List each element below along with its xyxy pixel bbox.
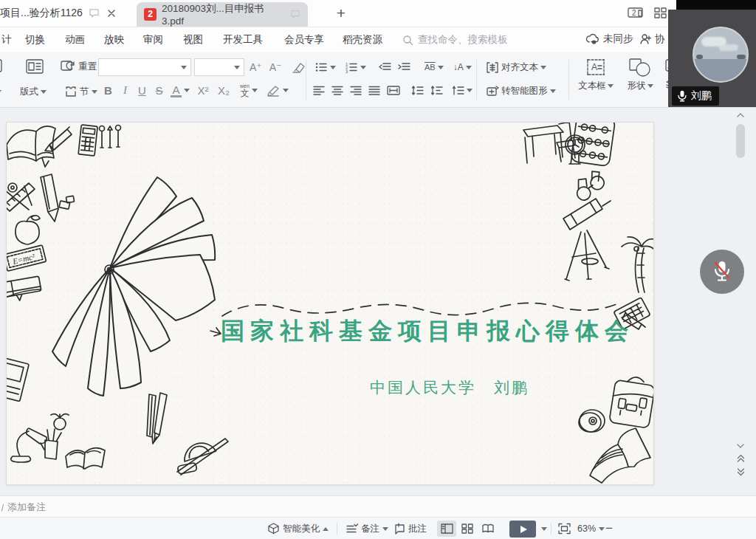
command-search[interactable]: 查找命令、搜索模板 [402, 33, 508, 47]
search-icon [402, 35, 413, 46]
fit-slide-button[interactable] [558, 518, 571, 539]
beautify-cube-icon [267, 523, 280, 535]
window-manage-icon[interactable]: 2 [628, 7, 645, 18]
vertical-scrollbar[interactable] [735, 109, 746, 478]
line-options-button[interactable] [450, 83, 475, 97]
menu-member[interactable]: 会员专享 [284, 33, 324, 47]
font-size-select[interactable] [194, 58, 244, 76]
doodle-blocks [59, 196, 75, 209]
textbox-icon: A [585, 57, 607, 78]
numbered-list-button[interactable]: 123 [343, 60, 368, 75]
doodle-abacus [571, 123, 615, 166]
shapes-button[interactable]: 形状 [619, 57, 662, 92]
change-case-button[interactable]: AB [422, 61, 446, 73]
tab-bar: 项目...验分析1126 2 20180903刘...目申报书3.pdf + 2 [0, 0, 756, 27]
menu-review[interactable]: 审阅 [143, 33, 163, 47]
zoom-out-button[interactable]: − [605, 521, 613, 536]
mic-icon [678, 90, 687, 102]
zoom-level-button[interactable]: 63% [577, 518, 605, 539]
align-text-button[interactable]: 对齐文本 [484, 60, 549, 75]
notes-bar[interactable]: 添加备注 [0, 495, 756, 518]
slide-title[interactable]: 国家社科基金项目申报心得体会 [221, 315, 631, 348]
menu-view[interactable]: 视图 [183, 33, 203, 47]
grow-font-button[interactable]: A⁺ [247, 60, 264, 75]
menu-docer[interactable]: 稻壳资源 [343, 33, 382, 47]
participant-name: 刘鹏 [691, 89, 712, 103]
play-options-caret[interactable] [541, 527, 547, 531]
menu-design-partial[interactable]: 计 [1, 33, 12, 47]
menu-transition[interactable]: 切换 [25, 33, 45, 47]
tab-pdf-comment-icon [290, 10, 300, 19]
line-spacing-icon[interactable] [411, 85, 424, 96]
mute-toggle-button[interactable] [700, 250, 744, 294]
tab-comment-icon [89, 8, 100, 18]
italic-button[interactable]: I [117, 84, 133, 97]
doodle-calculator-top-left [78, 125, 97, 156]
menu-devtools[interactable]: 开发工具 [223, 33, 263, 47]
decrease-indent-icon[interactable] [378, 61, 392, 73]
doodle-cd [579, 410, 605, 432]
menu-animation[interactable]: 动画 [65, 33, 85, 47]
notes-toggle-button[interactable]: 备注 [346, 518, 388, 539]
doodle-clock [566, 135, 585, 164]
doodle-eraser [177, 462, 197, 474]
doodle-telescope [563, 199, 611, 281]
pinyin-guide-button[interactable]: wén文 [238, 82, 260, 99]
underline-button[interactable]: U [134, 84, 150, 97]
align-left-icon[interactable] [313, 85, 325, 96]
reading-view-button[interactable] [478, 521, 498, 537]
bullet-list-button[interactable] [313, 60, 338, 75]
doodle-notebook [7, 357, 29, 402]
smart-graphic-button[interactable]: 转智能图形 [484, 83, 558, 99]
sync-status[interactable]: 未同步 [585, 32, 633, 46]
slide-layout-icon[interactable] [25, 58, 44, 75]
textbox-button[interactable]: A 文本框 [574, 57, 617, 92]
strike-button[interactable]: S [151, 84, 167, 97]
reset-icon [60, 58, 76, 75]
scroll-up-icon[interactable] [737, 112, 744, 118]
tab-close-icon[interactable] [107, 9, 116, 18]
clipped-left-caret[interactable] [0, 90, 1, 94]
bold-button[interactable]: B [100, 84, 116, 97]
justify-icon[interactable] [368, 85, 380, 96]
shrink-font-button[interactable]: A⁻ [267, 60, 284, 75]
tab-pdf[interactable]: 2 20180903刘...目申报书3.pdf [137, 2, 308, 27]
section-button[interactable]: 节 [62, 83, 100, 100]
superscript-button[interactable]: X² [193, 84, 213, 97]
doodle-apple [16, 216, 40, 244]
video-participant-tile[interactable]: 刘鹏 [668, 10, 756, 107]
next-slide-icon[interactable] [735, 467, 746, 476]
slide-sorter-button[interactable] [458, 521, 477, 537]
menu-slideshow[interactable]: 放映 [104, 33, 124, 47]
comment-button[interactable]: 批注 [393, 518, 427, 539]
font-family-select[interactable] [98, 58, 191, 76]
new-tab-button[interactable]: + [331, 3, 351, 24]
distribute-icon[interactable] [387, 85, 400, 96]
align-center-icon[interactable] [331, 85, 343, 96]
previous-slide-icon[interactable] [735, 454, 746, 463]
normal-view-button[interactable] [437, 521, 456, 537]
clipped-left-icon[interactable] [0, 58, 4, 75]
scroll-down-icon[interactable] [735, 443, 746, 449]
slide-subtitle[interactable]: 中国人民大学 刘鹏 [354, 377, 546, 398]
subscript-button[interactable]: X₂ [214, 84, 233, 97]
align-right-icon[interactable] [350, 85, 362, 96]
collab-entry[interactable]: 协 [639, 32, 665, 46]
font-color-button[interactable]: A [168, 83, 192, 99]
reset-slide-button[interactable]: 重置 [58, 57, 99, 76]
char-spacing-button[interactable]: ↓A [451, 61, 474, 74]
tab-document[interactable]: 项目...验分析1126 [0, 0, 131, 27]
layout-button[interactable]: 版式 [18, 84, 49, 100]
scrollbar-thumb[interactable] [736, 124, 745, 158]
editor-canvas[interactable]: E=mc² [0, 108, 756, 495]
section-icon [64, 85, 78, 98]
fit-screen-icon [558, 523, 571, 535]
clear-format-icon[interactable] [291, 61, 306, 74]
highlight-button[interactable] [264, 83, 291, 98]
para-spacing-icon[interactable] [430, 85, 443, 96]
smart-beautify-button[interactable]: 智能美化 [267, 518, 329, 539]
slide[interactable]: E=mc² [6, 122, 654, 485]
play-slideshow-button[interactable] [509, 521, 536, 538]
increase-indent-icon[interactable] [397, 61, 411, 73]
workspace-grid-icon[interactable] [654, 7, 667, 19]
